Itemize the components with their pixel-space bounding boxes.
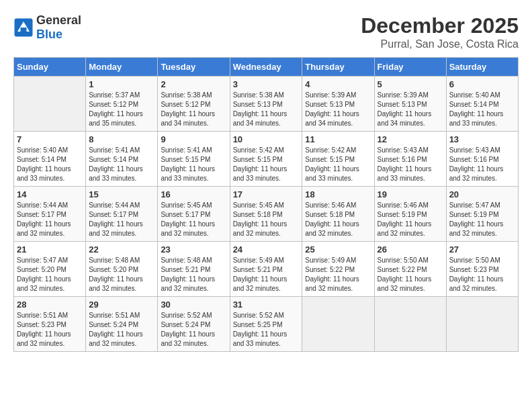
column-header-sunday: Sunday [14,58,86,77]
logo: General Blue [13,13,81,42]
day-cell: 14Sunrise: 5:44 AM Sunset: 5:17 PM Dayli… [14,187,86,242]
day-info: Sunrise: 5:38 AM Sunset: 5:12 PM Dayligh… [161,91,226,128]
day-info: Sunrise: 5:47 AM Sunset: 5:19 PM Dayligh… [449,201,515,238]
day-cell: 29Sunrise: 5:51 AM Sunset: 5:24 PM Dayli… [86,297,158,352]
day-info: Sunrise: 5:48 AM Sunset: 5:21 PM Dayligh… [161,256,226,293]
logo-icon [13,17,34,38]
logo-blue: Blue [36,28,81,42]
day-info: Sunrise: 5:40 AM Sunset: 5:14 PM Dayligh… [449,91,515,128]
day-number: 24 [233,244,300,255]
day-cell: 31Sunrise: 5:52 AM Sunset: 5:25 PM Dayli… [230,297,302,352]
day-info: Sunrise: 5:43 AM Sunset: 5:16 PM Dayligh… [449,146,515,183]
day-cell [14,77,86,132]
day-cell: 28Sunrise: 5:51 AM Sunset: 5:23 PM Dayli… [14,297,86,352]
day-info: Sunrise: 5:41 AM Sunset: 5:14 PM Dayligh… [89,146,154,183]
day-number: 26 [378,244,443,255]
column-header-tuesday: Tuesday [158,58,230,77]
day-number: 21 [17,244,83,255]
day-info: Sunrise: 5:46 AM Sunset: 5:18 PM Dayligh… [305,201,371,238]
day-info: Sunrise: 5:50 AM Sunset: 5:22 PM Dayligh… [378,256,443,293]
day-number: 6 [449,79,515,89]
day-info: Sunrise: 5:40 AM Sunset: 5:14 PM Dayligh… [17,146,83,183]
logo-general: General [36,13,81,28]
day-info: Sunrise: 5:49 AM Sunset: 5:22 PM Dayligh… [305,256,371,293]
logo-text: General Blue [36,13,81,42]
day-info: Sunrise: 5:42 AM Sunset: 5:15 PM Dayligh… [233,146,300,183]
day-number: 29 [89,300,154,310]
day-cell [302,297,374,352]
day-number: 22 [89,244,154,255]
day-info: Sunrise: 5:49 AM Sunset: 5:21 PM Dayligh… [233,256,300,293]
svg-rect-2 [21,28,27,32]
day-cell: 24Sunrise: 5:49 AM Sunset: 5:21 PM Dayli… [230,242,302,297]
day-info: Sunrise: 5:43 AM Sunset: 5:16 PM Dayligh… [378,146,443,183]
week-row-2: 7Sunrise: 5:40 AM Sunset: 5:14 PM Daylig… [14,132,519,187]
day-cell: 23Sunrise: 5:48 AM Sunset: 5:21 PM Dayli… [158,242,230,297]
month-title: December 2025 [361,13,519,38]
day-cell: 2Sunrise: 5:38 AM Sunset: 5:12 PM Daylig… [158,77,230,132]
day-number: 20 [449,189,515,199]
day-cell: 5Sunrise: 5:39 AM Sunset: 5:13 PM Daylig… [374,77,446,132]
day-info: Sunrise: 5:51 AM Sunset: 5:23 PM Dayligh… [17,311,83,349]
day-cell: 22Sunrise: 5:48 AM Sunset: 5:20 PM Dayli… [86,242,158,297]
day-number: 18 [305,189,371,199]
day-info: Sunrise: 5:44 AM Sunset: 5:17 PM Dayligh… [89,201,154,238]
day-cell: 7Sunrise: 5:40 AM Sunset: 5:14 PM Daylig… [14,132,86,187]
day-cell: 20Sunrise: 5:47 AM Sunset: 5:19 PM Dayli… [446,187,518,242]
column-header-thursday: Thursday [302,58,374,77]
day-info: Sunrise: 5:46 AM Sunset: 5:19 PM Dayligh… [378,201,443,238]
column-header-saturday: Saturday [446,58,518,77]
day-number: 28 [17,300,83,310]
header-row: SundayMondayTuesdayWednesdayThursdayFrid… [14,58,519,77]
day-number: 30 [161,300,226,310]
day-info: Sunrise: 5:52 AM Sunset: 5:25 PM Dayligh… [233,311,300,349]
day-number: 10 [233,134,300,144]
day-info: Sunrise: 5:44 AM Sunset: 5:17 PM Dayligh… [17,201,83,238]
day-cell: 4Sunrise: 5:39 AM Sunset: 5:13 PM Daylig… [302,77,374,132]
day-cell: 6Sunrise: 5:40 AM Sunset: 5:14 PM Daylig… [446,77,518,132]
day-cell: 18Sunrise: 5:46 AM Sunset: 5:18 PM Dayli… [302,187,374,242]
day-cell: 15Sunrise: 5:44 AM Sunset: 5:17 PM Dayli… [86,187,158,242]
day-number: 13 [449,134,515,144]
day-info: Sunrise: 5:45 AM Sunset: 5:18 PM Dayligh… [233,201,300,238]
day-number: 9 [161,134,226,144]
day-number: 4 [305,79,371,89]
day-cell [374,297,446,352]
day-number: 31 [233,300,300,310]
week-row-5: 28Sunrise: 5:51 AM Sunset: 5:23 PM Dayli… [14,297,519,352]
week-row-4: 21Sunrise: 5:47 AM Sunset: 5:20 PM Dayli… [14,242,519,297]
day-number: 12 [378,134,443,144]
day-cell: 11Sunrise: 5:42 AM Sunset: 5:15 PM Dayli… [302,132,374,187]
day-number: 25 [305,244,371,255]
day-number: 23 [161,244,226,255]
day-info: Sunrise: 5:41 AM Sunset: 5:15 PM Dayligh… [161,146,226,183]
page-header: General Blue December 2025 Purral, San J… [13,13,519,50]
day-number: 17 [233,189,300,199]
day-number: 2 [161,79,226,89]
day-number: 8 [89,134,154,144]
day-cell: 12Sunrise: 5:43 AM Sunset: 5:16 PM Dayli… [374,132,446,187]
calendar-table: SundayMondayTuesdayWednesdayThursdayFrid… [13,57,519,352]
day-info: Sunrise: 5:42 AM Sunset: 5:15 PM Dayligh… [305,146,371,183]
day-info: Sunrise: 5:47 AM Sunset: 5:20 PM Dayligh… [17,256,83,293]
day-cell: 1Sunrise: 5:37 AM Sunset: 5:12 PM Daylig… [86,77,158,132]
column-header-wednesday: Wednesday [230,58,302,77]
day-cell: 30Sunrise: 5:52 AM Sunset: 5:24 PM Dayli… [158,297,230,352]
day-cell: 10Sunrise: 5:42 AM Sunset: 5:15 PM Dayli… [230,132,302,187]
day-cell [446,297,518,352]
day-info: Sunrise: 5:51 AM Sunset: 5:24 PM Dayligh… [89,311,154,349]
location: Purral, San Jose, Costa Rica [361,38,519,50]
day-number: 15 [89,189,154,199]
day-info: Sunrise: 5:52 AM Sunset: 5:24 PM Dayligh… [161,311,226,349]
day-info: Sunrise: 5:38 AM Sunset: 5:13 PM Dayligh… [233,91,300,128]
day-cell: 16Sunrise: 5:45 AM Sunset: 5:17 PM Dayli… [158,187,230,242]
day-number: 7 [17,134,83,144]
day-cell: 17Sunrise: 5:45 AM Sunset: 5:18 PM Dayli… [230,187,302,242]
day-info: Sunrise: 5:37 AM Sunset: 5:12 PM Dayligh… [89,91,154,128]
day-number: 3 [233,79,300,89]
day-info: Sunrise: 5:45 AM Sunset: 5:17 PM Dayligh… [161,201,226,238]
day-cell: 3Sunrise: 5:38 AM Sunset: 5:13 PM Daylig… [230,77,302,132]
day-info: Sunrise: 5:48 AM Sunset: 5:20 PM Dayligh… [89,256,154,293]
day-number: 14 [17,189,83,199]
day-number: 19 [378,189,443,199]
